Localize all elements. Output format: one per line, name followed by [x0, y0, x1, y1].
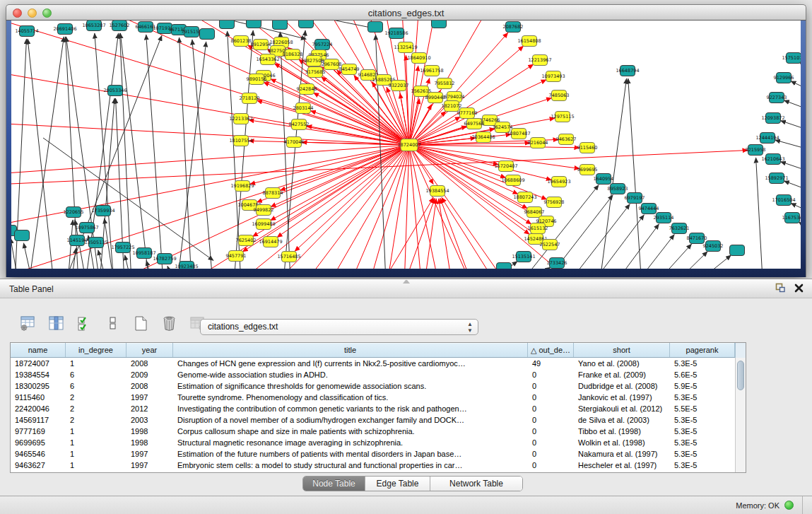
- graph-edge: [799, 222, 801, 230]
- graph-node[interactable]: [15, 230, 30, 241]
- graph-node[interactable]: [200, 29, 215, 40]
- table-row[interactable]: 969969511998Structural magnetic resonanc…: [11, 437, 746, 448]
- graph-node-label: 17957225: [111, 245, 134, 250]
- graph-edge: [637, 235, 674, 269]
- column-header-title[interactable]: title: [173, 343, 528, 357]
- table-cell: 9699695: [11, 437, 66, 448]
- graph-node-label: 2718120: [240, 95, 260, 101]
- network-graph[interactable]: 1405571420691406106532871527602646616110…: [11, 21, 801, 269]
- graph-node-label: 9499822: [254, 207, 274, 213]
- vertical-scrollbar[interactable]: [735, 358, 746, 472]
- column-header-year[interactable]: year: [126, 343, 173, 357]
- table-cell: 22420046: [11, 403, 66, 414]
- table-cell: 2: [66, 392, 126, 403]
- window-titlebar[interactable]: citations_edges.txt: [6, 4, 806, 21]
- graph-edge: [95, 33, 114, 269]
- select-rows-icon[interactable]: [75, 314, 93, 332]
- float-panel-icon[interactable]: [775, 283, 786, 296]
- graph-node-label: 8878314: [263, 190, 283, 196]
- graph-node[interactable]: [730, 245, 745, 256]
- tab-network-table[interactable]: Network Table: [430, 477, 522, 491]
- select-columns-icon[interactable]: [47, 314, 65, 332]
- table-row[interactable]: 1938455462009Genome-wide association stu…: [11, 369, 746, 380]
- table-cell: 5.9E-5: [670, 380, 735, 392]
- table-cell: Changes of HCN gene expression and I(f) …: [173, 358, 528, 369]
- table-cell: 5.3E-5: [670, 460, 735, 471]
- table-cell: 5.3E-5: [670, 392, 735, 403]
- table-select-dropdown[interactable]: citations_edges.txt ▲▼: [200, 319, 478, 335]
- table-cell: 0: [528, 437, 574, 448]
- table-cell: 1: [66, 426, 126, 437]
- table-row[interactable]: 2242004622012Investigating the contribut…: [11, 403, 746, 414]
- graph-node[interactable]: [220, 21, 235, 29]
- table-cell: Estimation of the future numbers of pati…: [173, 448, 528, 460]
- graph-node-label: 16782759: [153, 256, 176, 262]
- graph-node-label: 14055714: [15, 28, 38, 34]
- graph-edge: [283, 30, 305, 269]
- graph-node-label: 7485063: [549, 93, 570, 98]
- column-header-pagerank[interactable]: pagerank: [670, 343, 735, 357]
- table-row[interactable]: 946362711997Embryonic stem cells: a mode…: [11, 460, 746, 471]
- tab-node-table[interactable]: Node Table: [303, 477, 365, 491]
- graph-node[interactable]: [273, 21, 288, 30]
- table-row[interactable]: 977716911998Corpus callosum shape and si…: [11, 426, 746, 437]
- column-header-name[interactable]: name: [11, 343, 66, 357]
- table-cell: Stergiakouli et al. (2012): [574, 403, 670, 414]
- graph-node-label: 1220655: [64, 209, 84, 215]
- delete-trash-icon[interactable]: [160, 314, 178, 332]
- table-cell: 1: [66, 437, 126, 448]
- graph-edge: [409, 145, 579, 148]
- column-header-in_degree[interactable]: in_degree: [66, 343, 126, 357]
- split-divider-handle[interactable]: [403, 280, 410, 284]
- memory-ok-icon[interactable]: [784, 501, 794, 510]
- graph-edge: [180, 37, 192, 269]
- table-cell: Wolkin et al. (1998): [574, 437, 670, 448]
- graph-edge: [280, 32, 290, 269]
- table-row[interactable]: 1872400712008Changes of HCN gene express…: [11, 358, 746, 369]
- close-panel-icon[interactable]: [794, 283, 804, 296]
- graph-node[interactable]: [432, 21, 447, 28]
- graph-node-label: 17016504: [772, 197, 795, 203]
- column-header-out_de[interactable]: △ out_de…: [528, 343, 574, 357]
- table-panel: Table Panel f(: [0, 279, 812, 496]
- graph-node[interactable]: [497, 263, 512, 269]
- table-cell: 5.6E-5: [670, 369, 735, 380]
- table-settings-icon[interactable]: [18, 314, 37, 332]
- create-table-icon[interactable]: [131, 314, 150, 332]
- table-cell: 1997: [126, 392, 173, 403]
- network-canvas[interactable]: 1405571420691406106532871527602646616110…: [11, 21, 801, 269]
- graph-node-label: 16210643: [761, 156, 784, 162]
- graph-node[interactable]: [247, 21, 261, 28]
- row-height-icon[interactable]: [103, 314, 122, 332]
- table-row[interactable]: 1456911722003Disruption of a novel membe…: [11, 414, 746, 426]
- graph-node-label: 8215958: [746, 147, 766, 153]
- graph-edge: [791, 81, 801, 90]
- scrollbar-thumb[interactable]: [737, 361, 744, 390]
- table-cell: 5.3E-5: [670, 437, 735, 448]
- table-row[interactable]: 946554611997Estimation of the future num…: [11, 448, 746, 460]
- tab-edge-table[interactable]: Edge Table: [365, 477, 430, 491]
- graph-edge: [86, 33, 119, 269]
- graph-edge: [66, 37, 100, 269]
- graph-node-label: 7625402: [236, 238, 257, 243]
- graph-edge: [440, 198, 473, 269]
- graph-node-label: 9684067: [524, 209, 545, 215]
- graph-node-label: 8186328: [283, 52, 303, 57]
- graph-node[interactable]: [368, 22, 383, 33]
- graph-edge: [775, 140, 801, 150]
- graph-node-label: 3624574: [493, 124, 513, 130]
- table-cell: 1998: [126, 437, 173, 448]
- table-cell: 0: [528, 448, 574, 460]
- graph-edge: [439, 199, 453, 269]
- column-header-short[interactable]: short: [574, 343, 670, 357]
- graph-node-label: 20364486: [471, 134, 495, 140]
- graph-node[interactable]: [299, 21, 314, 28]
- graph-edge: [409, 145, 506, 177]
- graph-node-label: 8471670: [687, 235, 707, 241]
- table-cell: 5.5E-5: [670, 403, 735, 414]
- graph-node-label: 2803144: [293, 105, 314, 111]
- graph-node-label: 2087682: [503, 24, 524, 30]
- table-row[interactable]: 911546021997Tourette syndrome. Phenomeno…: [11, 392, 746, 403]
- graph-edge: [271, 79, 409, 145]
- table-row[interactable]: 1830029562008Estimation of significance …: [11, 380, 746, 392]
